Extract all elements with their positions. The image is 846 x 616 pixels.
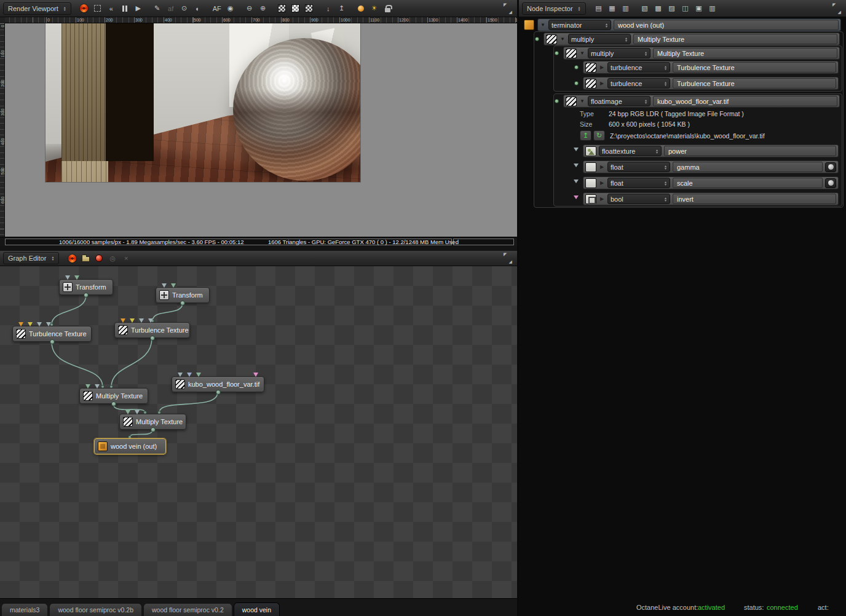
- tab-materials3[interactable]: materials3: [1, 603, 48, 616]
- input-pin[interactable]: [253, 373, 258, 377]
- input-pin[interactable]: [121, 318, 125, 323]
- fullscreen-icon[interactable]: [502, 2, 514, 15]
- param-name-field[interactable]: power: [664, 146, 836, 156]
- import-node-icon[interactable]: [79, 252, 92, 264]
- param-name-field[interactable]: invert: [673, 194, 836, 204]
- input-pin[interactable]: [46, 322, 51, 326]
- graph-editor-panel-dropdown[interactable]: Graph Editor ▲▼: [3, 252, 59, 264]
- node-inspector-panel-dropdown[interactable]: Node Inspector ▲▼: [522, 2, 586, 15]
- pause-render-button[interactable]: [119, 2, 131, 15]
- copy-image-button[interactable]: ↥: [336, 2, 348, 15]
- notes-icon[interactable]: ▤: [593, 2, 605, 15]
- node-name-field[interactable]: wood vein (out): [614, 20, 839, 30]
- node-type-dropdown[interactable]: floatimage ▲▼: [588, 96, 650, 106]
- node-type-dropdown[interactable]: turbulence ▲▼: [607, 62, 670, 73]
- pick-white-balance-icon[interactable]: ◐: [192, 2, 204, 15]
- node-name-field[interactable]: Multiply Texture: [653, 48, 837, 58]
- render-target-icon[interactable]: ◎: [106, 252, 119, 264]
- input-pin[interactable]: [85, 384, 90, 389]
- octane-logo-icon[interactable]: [78, 2, 90, 15]
- save-image-button[interactable]: ↓: [322, 2, 334, 15]
- expand-icon[interactable]: ▶: [599, 196, 605, 202]
- expand-icon[interactable]: ▶: [599, 81, 605, 86]
- collapse-icon[interactable]: ▼: [559, 36, 566, 42]
- start-render-button[interactable]: ▶: [132, 2, 144, 15]
- tree-collapse-arrow[interactable]: [574, 148, 579, 151]
- octane-logo-icon[interactable]: [66, 252, 78, 264]
- expand-icon[interactable]: ▶: [599, 180, 605, 186]
- inspector-row-gamma[interactable]: ▶ float ▲▼ gamma: [583, 160, 839, 173]
- input-pin[interactable]: [148, 318, 153, 323]
- kernel-icon[interactable]: ▣: [693, 2, 705, 15]
- fullscreen-icon[interactable]: [831, 2, 843, 15]
- inspector-row-turbulence-1[interactable]: ▶ turbulence ▲▼ Turbulence Texture: [583, 61, 839, 74]
- graph-node-multiply-1[interactable]: Multiply Texture: [79, 388, 148, 404]
- inspector-row-scale[interactable]: ▶ float ▲▼ scale: [583, 176, 839, 189]
- graph-node-output-wood-vein[interactable]: wood vein (out): [94, 438, 166, 454]
- param-type-dropdown[interactable]: floattexture ▲▼: [599, 146, 662, 156]
- inspector-row-turbulence-2[interactable]: ▶ turbulence ▲▼ Turbulence Texture: [583, 77, 839, 90]
- param-type-dropdown[interactable]: bool ▲▼: [607, 194, 670, 204]
- input-pin[interactable]: [171, 283, 176, 288]
- sun-daylight-icon[interactable]: ☀: [368, 2, 381, 15]
- graph-node-transform-2[interactable]: Transform: [156, 287, 210, 303]
- tree-node-dot[interactable]: [555, 99, 559, 103]
- input-pin[interactable]: [125, 410, 130, 414]
- zoom-out-button[interactable]: ⊖: [243, 2, 256, 15]
- tab-wood-floor-semiproc-v02b[interactable]: wood floor semiproc v0.2b: [49, 603, 142, 616]
- tree-collapse-arrow[interactable]: [574, 164, 579, 167]
- load-image-button[interactable]: ↥: [580, 130, 591, 141]
- tree-collapse-arrow[interactable]: [574, 195, 579, 199]
- preview-icon[interactable]: ▥: [706, 2, 719, 15]
- material-ball-icon[interactable]: [93, 252, 105, 264]
- input-pin[interactable]: [65, 275, 70, 280]
- inspector-row-floatimage[interactable]: ▼ floatimage ▲▼ kubo_wood_floor_var.tif: [563, 95, 840, 108]
- value-slider-knob[interactable]: [825, 178, 836, 188]
- output-pin[interactable]: [180, 301, 185, 306]
- inspector-row-power[interactable]: floattexture ▲▼ power: [583, 144, 839, 157]
- rendered-image[interactable]: [45, 23, 360, 182]
- input-pin[interactable]: [37, 322, 42, 326]
- input-pin[interactable]: [130, 318, 135, 323]
- input-pin[interactable]: [139, 318, 144, 323]
- output-pin[interactable]: [111, 401, 116, 406]
- input-pin[interactable]: [95, 384, 100, 389]
- autofocus-small-icon[interactable]: af: [165, 2, 177, 15]
- imager-icon[interactable]: ◫: [679, 2, 692, 15]
- graph-node-transform-1[interactable]: Transform: [59, 279, 113, 295]
- output-pin[interactable]: [151, 427, 156, 432]
- material-preview-icon[interactable]: ▧: [639, 2, 651, 15]
- graph-editor-canvas[interactable]: Transform Transform Turbulence Texture: [0, 266, 517, 598]
- value-slider-knob[interactable]: [825, 162, 836, 172]
- render-viewport-canvas[interactable]: [5, 23, 517, 237]
- param-type-dropdown[interactable]: float ▲▼: [607, 178, 670, 188]
- node-type-dropdown[interactable]: multiply ▲▼: [588, 48, 650, 58]
- input-pin[interactable]: [74, 275, 79, 280]
- delete-node-icon[interactable]: ×: [120, 252, 132, 264]
- node-name-field[interactable]: Turbulence Texture: [673, 78, 836, 89]
- zoom-in-button[interactable]: ⊕: [257, 2, 269, 15]
- param-name-field[interactable]: gamma: [673, 162, 823, 172]
- background-bright-icon[interactable]: [290, 2, 302, 15]
- background-dark-icon[interactable]: [276, 2, 288, 15]
- region-render-icon[interactable]: [92, 2, 104, 15]
- inspector-row-terminator[interactable]: ▼ terminator ▲▼ wood vein (out): [537, 18, 841, 31]
- alpha-channel-icon[interactable]: [303, 2, 315, 15]
- render-viewport-panel-dropdown[interactable]: Render Viewport ▲▼: [3, 2, 71, 15]
- pick-material-icon[interactable]: ✎: [151, 2, 164, 15]
- graph-node-turbulence-2[interactable]: Turbulence Texture: [114, 322, 190, 338]
- node-type-dropdown[interactable]: terminator ▲▼: [548, 20, 611, 30]
- light-toggle-icon[interactable]: [355, 2, 367, 15]
- collapse-icon[interactable]: ▼: [540, 22, 546, 28]
- environment-icon[interactable]: ▨: [666, 2, 678, 15]
- input-pin[interactable]: [28, 322, 33, 326]
- input-pin[interactable]: [196, 373, 201, 377]
- output-pin[interactable]: [84, 293, 89, 298]
- node-name-field[interactable]: Turbulence Texture: [673, 62, 836, 73]
- fullscreen-icon[interactable]: [502, 252, 514, 264]
- node-name-field[interactable]: Multiply Texture: [633, 34, 837, 44]
- inspector-row-invert[interactable]: ▶ bool ▲▼ invert: [583, 192, 839, 205]
- tree-collapse-arrow[interactable]: [574, 180, 579, 183]
- reload-image-button[interactable]: ↻: [593, 130, 605, 141]
- pick-focus-icon[interactable]: ⊙: [178, 2, 191, 15]
